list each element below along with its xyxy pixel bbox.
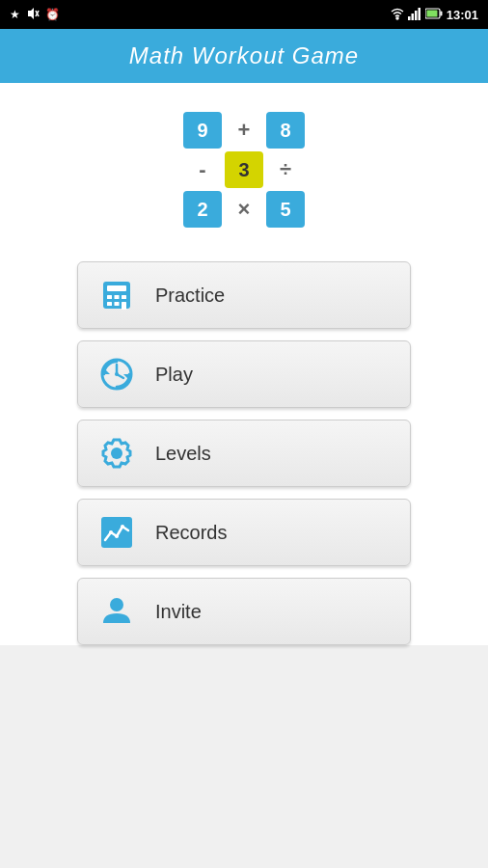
practice-button[interactable]: Practice [77, 261, 411, 329]
status-bar-left: ★ ⏰ [10, 7, 60, 23]
grid-cell-8: 8 [266, 112, 305, 149]
svg-rect-5 [411, 14, 414, 20]
svg-rect-10 [426, 10, 437, 16]
signal-icon [408, 7, 421, 23]
svg-rect-4 [408, 16, 411, 20]
svg-rect-7 [418, 8, 420, 20]
chart-icon [97, 513, 136, 552]
svg-point-28 [115, 534, 119, 538]
grid-cell-2: 2 [183, 191, 222, 228]
svg-point-27 [109, 530, 113, 534]
svg-rect-13 [107, 295, 112, 299]
svg-point-29 [121, 525, 124, 529]
main-content: 9 + 8 - 3 ÷ 2 × 5 [0, 83, 488, 645]
svg-point-25 [112, 448, 122, 458]
battery-icon [425, 8, 443, 22]
menu-container: Practice Play [0, 261, 488, 645]
svg-rect-6 [415, 11, 418, 20]
records-button[interactable]: Records [77, 499, 411, 566]
alarm-icon: ⏰ [45, 8, 60, 21]
svg-rect-15 [122, 295, 126, 299]
svg-marker-24 [123, 374, 129, 380]
invite-button[interactable]: Invite [77, 578, 411, 645]
svg-rect-14 [115, 295, 120, 299]
svg-rect-16 [107, 302, 112, 306]
play-label: Play [155, 364, 193, 386]
records-label: Records [155, 522, 227, 544]
grid-cell-times: × [225, 191, 263, 228]
math-grid: 9 + 8 - 3 ÷ 2 × 5 [183, 112, 305, 228]
clock-icon [97, 355, 136, 393]
status-time: 13:01 [447, 8, 478, 22]
person-icon [97, 592, 136, 631]
svg-rect-12 [107, 285, 126, 291]
practice-label: Practice [155, 285, 225, 307]
invite-label: Invite [155, 601, 202, 623]
svg-marker-0 [28, 8, 34, 19]
levels-button[interactable]: Levels [77, 420, 411, 487]
levels-label: Levels [155, 443, 211, 465]
grid-cell-div: ÷ [266, 151, 305, 188]
bluetooth-icon: ★ [10, 8, 20, 21]
svg-point-30 [110, 598, 123, 611]
svg-point-22 [115, 372, 119, 376]
grid-cell-plus: + [225, 112, 263, 149]
svg-rect-26 [101, 517, 132, 548]
status-bar-right: 13:01 [391, 7, 478, 23]
wifi-icon [391, 7, 404, 23]
grid-cell-5: 5 [266, 191, 305, 228]
play-button[interactable]: Play [77, 340, 411, 408]
grid-cell-3: 3 [225, 151, 263, 188]
svg-point-3 [396, 17, 398, 19]
svg-rect-9 [440, 11, 442, 15]
status-bar: ★ ⏰ [0, 0, 488, 29]
gear-icon [97, 434, 136, 473]
svg-rect-17 [115, 302, 120, 306]
app-title: Math Workout Game [129, 42, 359, 69]
grid-cell-minus: - [183, 151, 222, 188]
svg-rect-18 [122, 302, 126, 310]
app-bar: Math Workout Game [0, 29, 488, 83]
mute-icon [26, 7, 40, 23]
calculator-icon [97, 276, 136, 314]
grid-cell-9: 9 [183, 112, 222, 149]
